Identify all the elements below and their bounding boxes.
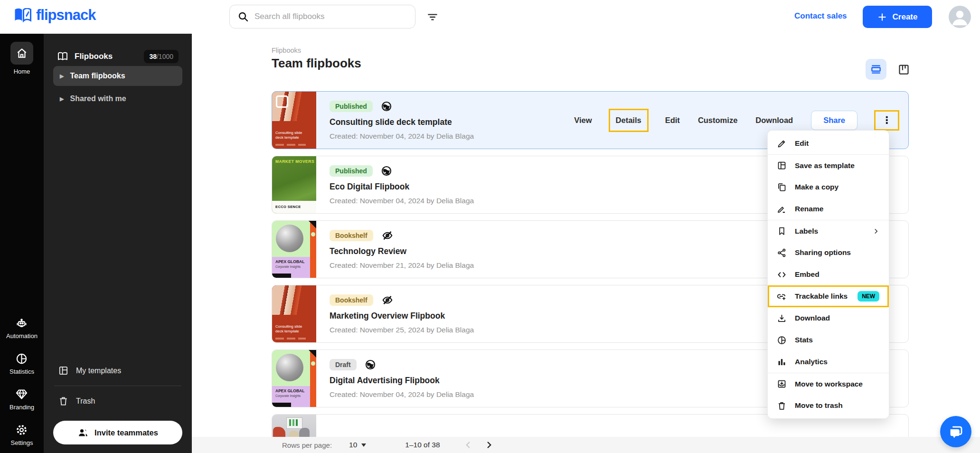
- home-icon: [10, 42, 33, 65]
- download-button[interactable]: Download: [755, 116, 793, 125]
- link-plus-icon: [776, 291, 787, 302]
- menu-item-edit[interactable]: Edit: [768, 132, 889, 154]
- eye-off-icon: [381, 229, 394, 242]
- pagination-bar: Rows per page: 10 1–10 of 38: [192, 437, 980, 453]
- flipbook-title: Digital Advertising Flipbook: [330, 376, 474, 386]
- search-input[interactable]: [254, 12, 407, 21]
- sidebar-divider: [54, 386, 181, 386]
- robot-icon: [15, 317, 28, 330]
- sidebar-section-header: Flipbooks 38/1000: [53, 50, 182, 63]
- created-text: Created: November 25, 2024 by Delia Blag…: [330, 326, 474, 334]
- menu-item-download[interactable]: Download: [768, 307, 889, 329]
- plus-icon: [877, 12, 887, 22]
- diamond-icon: [15, 388, 28, 401]
- sidebar-item-trash[interactable]: Trash: [53, 390, 182, 412]
- row-checkbox[interactable]: [276, 95, 288, 108]
- share-button[interactable]: Share: [811, 111, 858, 130]
- status-badge: Published: [330, 165, 373, 177]
- menu-item-save-as-template[interactable]: Save as template: [768, 154, 889, 176]
- menu-item-move-to-trash[interactable]: Move to trash: [768, 395, 889, 416]
- flipbook-title: Technology Review: [330, 246, 474, 256]
- pagination-range: 1–10 of 38: [405, 441, 440, 449]
- menu-item-rename[interactable]: Rename: [768, 198, 889, 220]
- flipbook-thumbnail[interactable]: APEX GLOBAL Corporate Insights: [272, 221, 316, 278]
- flipbooks-sidebar: Flipbooks 38/1000 ▶ Team flipbooks ▶ Sha…: [44, 34, 192, 453]
- chevron-right-icon: [872, 227, 880, 236]
- menu-item-sharing-options[interactable]: Sharing options: [768, 242, 889, 264]
- new-badge: NEW: [858, 291, 879, 302]
- filter-icon[interactable]: [424, 9, 441, 25]
- created-text: Created: November 21, 2024 by Delia Blag…: [330, 261, 474, 270]
- rows-per-page-select[interactable]: 10: [349, 441, 366, 449]
- bar-chart-icon: [776, 357, 787, 367]
- menu-item-analytics[interactable]: Analytics: [768, 351, 889, 373]
- move-to-workspace-icon: [776, 379, 787, 389]
- menu-item-stats[interactable]: Stats: [768, 329, 889, 351]
- menu-item-move-to-workspace[interactable]: Move to workspace: [768, 373, 889, 395]
- sidebar-item-team-flipbooks[interactable]: ▶ Team flipbooks: [53, 66, 182, 86]
- flipbook-title: Marketing Overview Flipbook: [330, 311, 474, 321]
- contact-sales-link[interactable]: Contact sales: [794, 11, 847, 21]
- flipsnack-app: flipsnack Contact sales Create Hom: [0, 0, 980, 453]
- sidebar-item-shared-with-me[interactable]: ▶ Shared with me: [53, 89, 182, 109]
- rows-per-page-label: Rows per page:: [282, 441, 332, 449]
- menu-item-embed[interactable]: Embed: [768, 264, 889, 285]
- breadcrumb[interactable]: Flipbooks: [272, 47, 301, 54]
- nav-home[interactable]: Home: [10, 42, 33, 75]
- status-badge: Published: [330, 101, 373, 112]
- template-icon: [776, 160, 787, 171]
- chevron-down-icon: [361, 444, 366, 447]
- user-avatar[interactable]: [949, 6, 971, 28]
- edit-button[interactable]: Edit: [665, 116, 680, 125]
- flipbook-thumbnail[interactable]: Consulting slide deck template: [272, 285, 316, 342]
- menu-item-labels[interactable]: Labels: [768, 220, 889, 242]
- rename-icon: [776, 204, 787, 214]
- flipbook-thumbnail[interactable]: MARKET MOVERS ECCO SENCE: [272, 156, 316, 213]
- view-button[interactable]: View: [574, 116, 592, 125]
- flipbook-thumbnail[interactable]: APEX GLOBAL Corporate Insights: [272, 350, 316, 407]
- kebab-menu-button[interactable]: ⋮: [876, 112, 898, 129]
- eye-off-icon: [381, 294, 394, 306]
- customize-button[interactable]: Customize: [698, 116, 737, 125]
- pie-chart-icon: [776, 335, 787, 345]
- create-button[interactable]: Create: [863, 6, 932, 28]
- flipbook-title: Eco Digital Flipbook: [330, 182, 474, 192]
- status-badge: Bookshelf: [330, 230, 373, 241]
- nav-automation[interactable]: Automation: [6, 317, 38, 340]
- pie-chart-icon: [15, 352, 28, 365]
- menu-item-make-a-copy[interactable]: Make a copy: [768, 176, 889, 198]
- invite-teammates-button[interactable]: Invite teammates: [53, 421, 182, 444]
- pencil-icon: [776, 138, 787, 149]
- created-text: Created: November 04, 2024 by Delia Blag…: [330, 197, 474, 205]
- search-icon: [237, 11, 249, 22]
- chat-widget-button[interactable]: [940, 416, 971, 447]
- view-toggles: [866, 59, 914, 80]
- grid-view-toggle[interactable]: [893, 59, 914, 80]
- globe-icon: [365, 359, 376, 370]
- copy-icon: [776, 182, 787, 192]
- top-bar: flipsnack Contact sales Create: [0, 0, 980, 34]
- row-context-menu: Edit Save as template Make a copy Rename…: [767, 130, 889, 419]
- nav-settings[interactable]: Settings: [6, 424, 38, 446]
- nav-statistics[interactable]: Statistics: [6, 352, 38, 375]
- usage-badge: 38/1000: [144, 50, 179, 63]
- sidebar-item-my-templates[interactable]: My templates: [53, 359, 182, 382]
- share-icon: [776, 247, 787, 258]
- bookmark-icon: [776, 226, 787, 236]
- previous-page-button[interactable]: [463, 440, 473, 450]
- logo-wordmark: flipsnack: [36, 7, 95, 24]
- trash-icon: [776, 400, 787, 411]
- chat-bubbles-icon: [948, 424, 964, 440]
- next-page-button[interactable]: [484, 440, 494, 450]
- flipsnack-logo[interactable]: flipsnack: [14, 7, 95, 24]
- details-button[interactable]: Details: [610, 110, 647, 131]
- nav-branding[interactable]: Branding: [6, 388, 38, 411]
- flipbook-title: Consulting slide deck template: [330, 117, 474, 127]
- globe-icon: [381, 101, 392, 112]
- people-icon: [77, 427, 89, 438]
- menu-item-trackable-links[interactable]: Trackable links NEW: [768, 285, 889, 307]
- list-view-toggle[interactable]: [866, 59, 886, 80]
- flipsnack-book-icon: [14, 8, 31, 22]
- caret-right-icon: ▶: [60, 96, 64, 102]
- flipbook-thumbnail[interactable]: Consulting slide deck template: [272, 92, 316, 149]
